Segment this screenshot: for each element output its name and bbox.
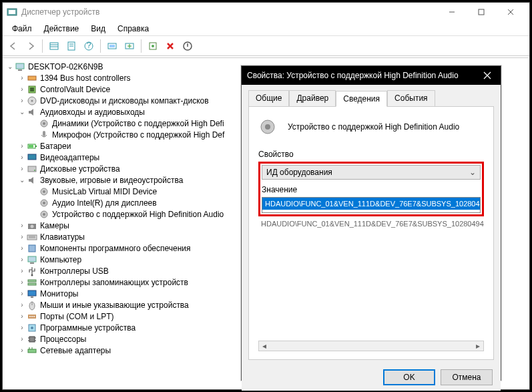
ok-button[interactable]: OK (383, 369, 435, 385)
expander-icon[interactable]: › (17, 154, 27, 161)
update-icon[interactable] (121, 38, 138, 54)
svg-rect-47 (29, 245, 35, 252)
tree-item-label: ControlVault Device (40, 85, 110, 94)
uninstall-icon[interactable] (162, 38, 178, 54)
expander-icon[interactable]: › (17, 335, 27, 343)
svg-text:?: ? (87, 41, 91, 50)
svg-rect-22 (28, 76, 36, 80)
mic-icon (39, 130, 49, 140)
svg-point-59 (31, 316, 33, 317)
svg-rect-48 (28, 256, 36, 262)
tab-driver[interactable]: Драйвер (289, 90, 336, 106)
expander-icon[interactable]: › (17, 97, 27, 104)
svg-rect-21 (18, 69, 22, 71)
expander-icon[interactable]: ⌄ (5, 63, 15, 70)
svg-point-58 (29, 316, 31, 317)
computer-icon (15, 61, 25, 72)
disc-icon (27, 95, 37, 106)
disable-icon[interactable] (180, 38, 196, 54)
expander-icon[interactable]: › (17, 324, 27, 331)
properties-icon[interactable] (63, 38, 79, 54)
titlebar: Диспетчер устройств (3, 3, 529, 21)
maximize-button[interactable] (467, 3, 496, 21)
back-button[interactable] (5, 38, 21, 54)
menubar: Файл Действие Вид Справка (3, 21, 529, 36)
dialog-close-button[interactable] (479, 71, 495, 79)
device-name-label: Устройство с поддержкой High Definition … (288, 122, 459, 132)
tree-item-label: Устройство с поддержкой High Definition … (52, 210, 224, 219)
menu-action[interactable]: Действие (39, 23, 85, 35)
dialog-tabs: Общие Драйвер Сведения События (248, 90, 494, 106)
show-hidden-icon[interactable] (46, 38, 62, 54)
tab-events[interactable]: События (387, 90, 435, 106)
expander-icon[interactable]: › (17, 85, 27, 93)
svg-point-37 (43, 190, 45, 193)
expander-icon[interactable]: › (17, 142, 27, 150)
expander-icon[interactable]: › (17, 313, 27, 320)
expander-icon[interactable]: › (17, 301, 27, 309)
svg-point-62 (31, 327, 33, 329)
camera-icon (27, 220, 37, 231)
close-button[interactable] (496, 3, 525, 21)
svg-rect-32 (29, 145, 33, 148)
tab-general[interactable]: Общие (248, 90, 289, 106)
speaker-icon (258, 116, 280, 138)
softdev-icon (27, 323, 37, 333)
expander-icon[interactable]: ⌄ (17, 176, 27, 184)
scroll-left-icon[interactable]: ◂ (259, 341, 270, 351)
tab-details[interactable]: Сведения (336, 91, 387, 107)
svg-rect-31 (35, 146, 37, 147)
tree-item-label: Аудио Intel(R) для дисплеев (52, 198, 157, 208)
tree-item-label: Клавиатуры (40, 232, 85, 242)
value-label: Значение (262, 185, 481, 194)
net-icon (27, 345, 37, 356)
value-listbox[interactable]: HDAUDIO\FUNC_01&VEN_111D&DEV_76E7&SUBSYS… (262, 197, 481, 213)
property-dropdown[interactable]: ИД оборудования ⌄ (262, 165, 481, 180)
menu-help[interactable]: Справка (112, 23, 154, 35)
dialog-footer: OK Отмена (242, 364, 501, 391)
tree-item-label: MusicLab Virtual MIDI Device (52, 187, 157, 196)
expander-icon[interactable]: › (17, 233, 27, 240)
forward-button[interactable] (23, 38, 39, 54)
cpu-icon (27, 334, 37, 345)
scan-icon[interactable] (104, 38, 120, 54)
svg-rect-63 (29, 337, 35, 342)
scroll-right-icon[interactable]: ▸ (473, 341, 483, 351)
value-item-second[interactable]: HDAUDIO\FUNC_01&VEN_111D&DEV_76E7&SUBSYS… (258, 219, 484, 228)
app-icon (7, 7, 17, 17)
tree-item-label: Контроллеры USB (40, 266, 109, 276)
minimize-button[interactable] (437, 3, 467, 21)
audio-icon (27, 175, 37, 186)
value-item-selected[interactable]: HDAUDIO\FUNC_01&VEN_111D&DEV_76E7&SUBSYS… (262, 198, 480, 210)
horizontal-scrollbar[interactable]: ◂ ▸ (258, 341, 484, 351)
expander-icon[interactable]: › (17, 290, 27, 297)
expander-icon[interactable]: › (17, 222, 27, 229)
update-driver-icon[interactable] (145, 38, 161, 54)
bus-icon (27, 73, 37, 83)
menu-view[interactable]: Вид (85, 23, 111, 35)
help-icon[interactable]: ? (81, 38, 97, 54)
expander-icon[interactable]: › (17, 278, 27, 286)
expander-icon[interactable]: › (17, 244, 27, 252)
expander-icon[interactable]: › (17, 256, 27, 263)
expander-icon[interactable]: › (17, 74, 27, 81)
usb-icon (27, 266, 37, 276)
expander-icon[interactable]: › (17, 165, 27, 172)
toolbar: ? (3, 36, 529, 56)
mouse-icon (27, 300, 37, 311)
expander-icon[interactable]: ⌄ (17, 108, 27, 116)
tree-item-label: Программные устройства (40, 323, 136, 333)
menu-file[interactable]: Файл (7, 23, 37, 35)
speaker-icon (39, 209, 49, 220)
cancel-button[interactable]: Отмена (441, 369, 493, 385)
svg-rect-49 (30, 262, 34, 264)
expander-icon[interactable]: › (17, 347, 27, 354)
speaker-icon (39, 118, 49, 129)
audio-icon (27, 107, 37, 118)
tree-item-label: Микрофон (Устройство с поддержкой High D… (52, 130, 224, 140)
tree-item-label: Порты (COM и LPT) (40, 312, 114, 321)
expander-icon[interactable]: › (17, 267, 27, 274)
svg-point-28 (43, 122, 45, 125)
tree-item-label: Контроллеры запоминающих устройств (40, 278, 188, 287)
svg-rect-51 (28, 280, 36, 282)
